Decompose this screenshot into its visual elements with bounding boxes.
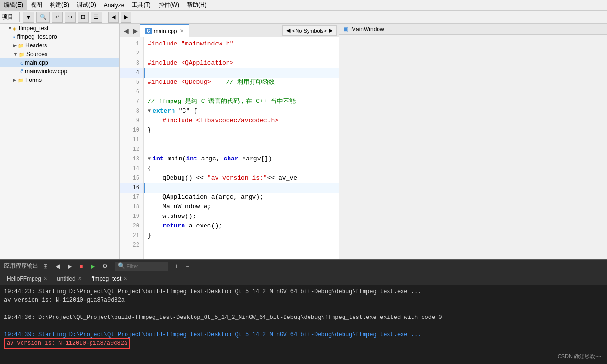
toolbar-nav-right[interactable]: ▶ [121, 12, 131, 23]
main-toolbar: 项目 ▼ 🔍 ↩ ↪ ⊞ ☰ ◀ ▶ [0, 11, 607, 24]
code-line-6 [144, 87, 339, 97]
bottom-toolbar: 应用程序输出 ⊞ ◀ ▶ ■ ▶ ⚙ 🔍 + − [0, 260, 607, 273]
line-15: 15 [120, 173, 143, 183]
tab-nav-right[interactable]: ▶ [131, 26, 140, 35]
symbol-selector-label: <No Symbols> [292, 28, 327, 34]
output-filter[interactable]: 🔍 [115, 262, 168, 271]
menu-analyze[interactable]: Analyze [100, 0, 128, 10]
tab-ffmpeg-test-close[interactable]: ✕ [123, 275, 127, 282]
sidebar-label-headers: Headers [25, 42, 47, 49]
code-line-22 [144, 240, 339, 250]
line-13: 13 [120, 154, 143, 164]
sidebar-label-forms: Forms [25, 77, 42, 83]
tab-untitled-close[interactable]: ✕ [78, 275, 82, 282]
code-line-10: } [144, 125, 339, 135]
code-content[interactable]: #include "mainwindow.h" #include <QAppli… [144, 37, 339, 259]
output-line-2: av version is: N-112010-g1a87a9d82a [4, 296, 603, 305]
code-line-12 [144, 145, 339, 154]
line-11: 11 [120, 135, 143, 145]
symbol-selector-arrow-left: ◀ [286, 27, 290, 34]
bottom-tab-ffmpeg-test[interactable]: ffmpeg_test ✕ [87, 274, 132, 284]
mainwindow-icon: ▣ [343, 26, 348, 33]
filter-input[interactable] [126, 263, 165, 269]
code-line-2 [144, 49, 339, 58]
code-line-5: #include <QDebug> // 利用打印函数 [144, 78, 339, 87]
code-line-18: MainWindow w; [144, 202, 339, 212]
symbol-selector-arrow-right: ▶ [329, 27, 332, 34]
output-content[interactable]: 19:44:23: Starting D:\Project\Qt_Project… [0, 285, 607, 364]
line-12: 12 [120, 145, 143, 154]
menu-build[interactable]: 构建(B) [46, 0, 73, 10]
bottom-btn-add[interactable]: + [172, 262, 181, 271]
project-label: 项目 [2, 13, 13, 21]
code-line-21: } [144, 231, 339, 240]
mainwindow-content [339, 35, 607, 259]
sidebar-item-ffmpeg-test[interactable]: ▼ ◈ ffmpeg_test [0, 24, 119, 33]
line-17: 17 [120, 193, 143, 202]
sources-arrow: ▼ [13, 52, 18, 57]
tab-main-cpp[interactable]: G main.cpp ✕ [140, 24, 189, 37]
expand-arrow: ▼ [8, 26, 12, 31]
sidebar-label-sources: Sources [26, 51, 47, 57]
menu-view[interactable]: 视图 [27, 0, 46, 10]
forms-folder-icon: 📁 [18, 78, 23, 83]
sidebar-label-main-cpp: main.cpp [25, 59, 48, 66]
code-line-14: { [144, 164, 339, 173]
sidebar-item-main-cpp[interactable]: c̈ main.cpp [0, 58, 119, 67]
bottom-btn-dock[interactable]: ⊞ [40, 262, 51, 271]
editor-area: ▼ ◈ ffmpeg_test ▪ ffmpeg_test.pro ▶ 📁 He… [0, 24, 607, 259]
code-line-13: ▼int main(int argc, char *argv[]) [144, 154, 339, 164]
toolbar-btn-1[interactable]: ▼ [23, 12, 34, 23]
line-8: 8 [120, 106, 143, 116]
sidebar-label-ffmpeg-test: ffmpeg_test [19, 25, 48, 32]
toolbar-btn-forward[interactable]: ↪ [65, 12, 76, 23]
headers-arrow: ▶ [13, 43, 17, 48]
tab-untitled-label: untitled [57, 275, 76, 282]
code-line-3: #include <QApplication> [144, 58, 339, 68]
editor-panel: ◀ ▶ G main.cpp ✕ ◀ <No Symbols> ▶ 1 [120, 24, 339, 259]
bottom-tabs: HelloFFmpeg ✕ untitled ✕ ffmpeg_test ✕ [0, 273, 607, 285]
line-numbers: 1 2 3 4 5 6 7 8 9 10 11 12 13 14 15 16 1 [120, 37, 144, 259]
line-7: 7 [120, 97, 143, 106]
bottom-btn-stop[interactable]: ■ [77, 262, 86, 271]
line-9: 9 [120, 116, 143, 125]
bottom-btn-next[interactable]: ▶ [65, 262, 75, 271]
toolbar-nav-left[interactable]: ◀ [108, 12, 119, 23]
menu-bar: 编辑(E) 视图 构建(B) 调试(D) Analyze 工具(T) 控件(W)… [0, 0, 607, 11]
line-10: 10 [120, 125, 143, 135]
bottom-btn-prev[interactable]: ◀ [53, 262, 63, 271]
code-editor[interactable]: 1 2 3 4 5 6 7 8 9 10 11 12 13 14 15 16 1 [120, 37, 339, 259]
code-line-16 [144, 183, 339, 193]
sidebar-item-pro[interactable]: ▪ ffmpeg_test.pro [0, 33, 119, 41]
menu-help[interactable]: 帮助(H) [183, 0, 210, 10]
bottom-tab-untitled[interactable]: untitled ✕ [52, 274, 87, 284]
sidebar-item-sources[interactable]: ▼ 📁 Sources [0, 50, 119, 58]
menu-control[interactable]: 控件(W) [155, 0, 183, 10]
tab-nav-left[interactable]: ◀ [122, 26, 131, 35]
bottom-btn-run[interactable]: ▶ [88, 262, 98, 271]
menu-tools[interactable]: 工具(T) [128, 0, 154, 10]
menu-edit[interactable]: 编辑(E) [0, 0, 27, 10]
tab-helloffmpeg-close[interactable]: ✕ [43, 275, 47, 282]
bottom-btn-minus[interactable]: − [183, 262, 192, 271]
toolbar-btn-list[interactable]: ☰ [91, 12, 102, 23]
menu-debug[interactable]: 调试(D) [73, 0, 100, 10]
sources-folder-icon: 📁 [19, 52, 24, 57]
bottom-btn-settings[interactable]: ⚙ [100, 262, 111, 271]
line-21: 21 [120, 231, 143, 240]
tab-main-cpp-label: main.cpp [154, 28, 177, 34]
toolbar-btn-back[interactable]: ↩ [52, 12, 63, 23]
sidebar-item-forms[interactable]: ▶ 📁 Forms [0, 76, 119, 84]
toolbar-btn-filter[interactable]: 🔍 [36, 12, 50, 23]
symbol-selector[interactable]: ◀ <No Symbols> ▶ [282, 25, 337, 36]
editor-tab-bar: ◀ ▶ G main.cpp ✕ ◀ <No Symbols> ▶ [120, 24, 339, 37]
project-icon: ◈ [13, 26, 17, 31]
output-label: 应用程序输出 [4, 262, 38, 270]
sidebar-item-mainwindow-cpp[interactable]: c̈ mainwindow.cpp [0, 67, 119, 76]
tab-main-cpp-close[interactable]: ✕ [180, 28, 184, 34]
sidebar-item-headers[interactable]: ▶ 📁 Headers [0, 41, 119, 50]
bottom-tab-helloffmpeg[interactable]: HelloFFmpeg ✕ [2, 274, 52, 284]
code-line-19: w.show(); [144, 212, 339, 221]
line-3: 3 [120, 58, 143, 68]
toolbar-btn-grid[interactable]: ⊞ [78, 12, 89, 23]
